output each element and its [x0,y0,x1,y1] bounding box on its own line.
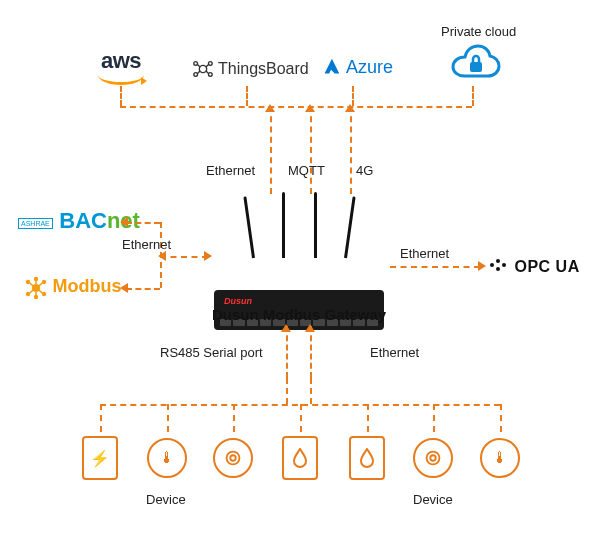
svg-point-16 [427,452,440,465]
svg-point-13 [230,455,236,461]
uplink-ethernet-arrow [265,104,275,112]
svg-rect-5 [470,62,482,72]
opcua-logo: OPC UA [490,258,580,276]
device-label-left: Device [146,492,186,507]
svg-point-12 [34,295,38,299]
left-link-label: Ethernet [122,237,171,252]
modbus-logo: Modbus [24,276,121,300]
gateway-title: Dusun Modbus Gateway [212,306,386,323]
down-right-arrow [305,324,315,332]
right-link-label: Ethernet [400,246,449,261]
svg-point-1 [194,62,198,66]
down-right-vline [310,326,312,378]
gateway-brand-badge: Dusun [224,296,252,306]
aws-wordmark: aws [101,48,141,74]
opcua-icon [490,258,508,272]
svg-point-2 [209,62,213,66]
left-to-gateway [160,256,208,258]
azure-logo: Azure [320,56,393,78]
dev-drop-3 [233,404,235,432]
thingsboard-wordmark: ThingsBoard [218,60,309,78]
uplink-4g-arrow [345,104,355,112]
device-meter-icon: ⚡ [82,436,118,480]
aws-logo: aws [98,48,144,85]
device-thermo-icon: 🌡 [147,438,187,478]
dev-drop-4 [300,404,302,432]
uplink-mqtt-label: MQTT [288,163,325,178]
svg-point-4 [209,73,213,77]
uplink-mqtt-line [310,106,312,194]
gateway-antenna-1 [243,196,255,258]
left-to-gateway-arrow-r [204,251,212,261]
device-radar-icon [213,438,253,478]
svg-point-3 [194,73,198,77]
azure-wordmark: Azure [346,57,393,78]
aws-smile-icon [98,75,144,85]
uplink-ethernet-label: Ethernet [206,163,255,178]
right-to-gateway-arrow [478,261,486,271]
cloud-drop-tb [246,86,248,106]
right-to-gateway [390,266,480,268]
gateway-antenna-2 [282,192,285,258]
modbus-wordmark: Modbus [52,276,121,296]
left-fork-bottom [126,288,160,290]
dev-drop-7 [500,404,502,432]
gateway-antenna-4 [344,196,356,258]
device-label-right: Device [413,492,453,507]
dev-drop-6 [433,404,435,432]
cloud-drop-aws [120,86,122,106]
uplink-4g-label: 4G [356,163,373,178]
device-drop2-icon [349,436,385,480]
down-left-to-bus [286,378,288,404]
private-cloud-label: Private cloud [441,24,516,39]
svg-point-14 [227,452,240,465]
dev-drop-5 [367,404,369,432]
opcua-wordmark: OPC UA [514,258,579,275]
left-fork-bottom-arrow [120,283,128,293]
cloud-drop-private [472,86,474,106]
cloud-drop-azure [352,86,354,106]
modbus-icon [24,276,48,300]
device-radar2-icon [413,438,453,478]
left-to-gateway-arrow-l [158,251,166,261]
left-fork-top [126,222,160,224]
device-thermo2-icon: 🌡 [480,438,520,478]
downlink-rs485-label: RS485 Serial port [160,345,263,360]
thingsboard-logo: ThingsBoard [192,58,309,80]
gateway-antenna-3 [314,192,317,258]
svg-point-11 [34,277,38,281]
uplink-ethernet-line [270,106,272,194]
uplink-mqtt-arrow [305,104,315,112]
dev-drop-1 [100,404,102,432]
downlink-ethernet-label: Ethernet [370,345,419,360]
down-right-to-bus [310,378,312,404]
uplink-4g-line [350,106,352,194]
svg-point-15 [430,455,436,461]
down-left-vline [286,326,288,378]
dev-drop-2 [167,404,169,432]
private-cloud-icon [448,44,498,78]
device-drop-icon [282,436,318,480]
thingsboard-icon [192,58,214,80]
left-fork-top-arrow [120,217,128,227]
down-left-arrow [281,324,291,332]
azure-icon [320,56,342,78]
cloud-bus-line [120,106,472,108]
ashrae-badge: ASHRAE [18,218,53,229]
